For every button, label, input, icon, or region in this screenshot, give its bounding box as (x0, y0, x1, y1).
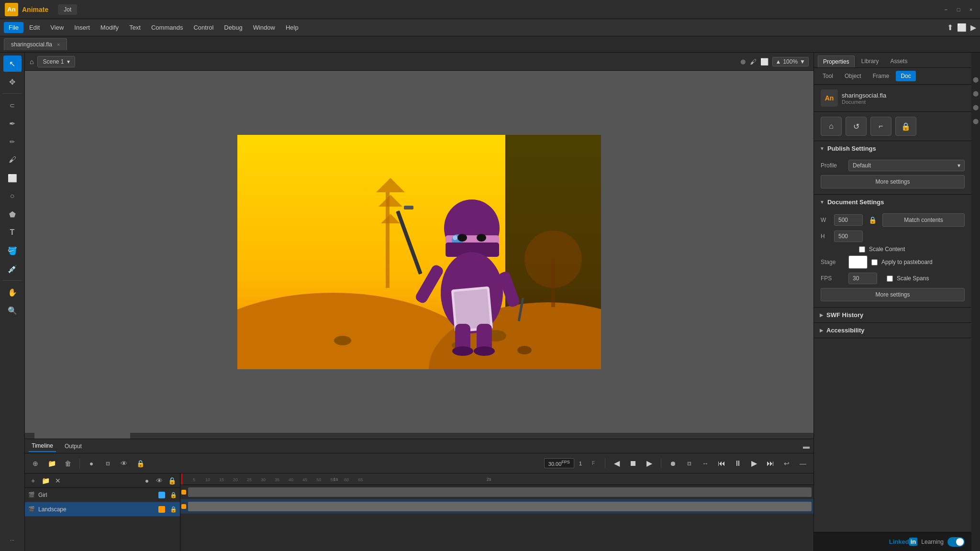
prop-icon-undo[interactable]: ↺ (846, 117, 867, 136)
doc-tab-doc[interactable]: Doc (896, 71, 915, 81)
play-pause-button[interactable]: ⏸ (731, 457, 745, 470)
play-fwd-button[interactable]: ▶ (747, 457, 761, 470)
playhead[interactable] (181, 474, 182, 485)
onion-skin-button[interactable]: ⧈ (101, 457, 114, 470)
tab-properties[interactable]: Properties (818, 55, 855, 67)
screen-mode-button[interactable]: ⬜ (957, 23, 967, 32)
add-layer-btn[interactable]: + (28, 475, 38, 486)
stage-scrollbar[interactable] (25, 433, 813, 439)
prop-icon-lock[interactable]: 🔒 (895, 117, 916, 136)
layer-lock-icon-girl[interactable]: 🔒 (170, 492, 177, 498)
menu-debug[interactable]: Debug (219, 22, 247, 33)
text-tool[interactable]: T (3, 224, 22, 241)
file-tab[interactable]: sharingsocial.fla × (4, 38, 67, 50)
stage-color-picker[interactable] (848, 255, 868, 269)
home-icon[interactable]: ⌂ (30, 58, 33, 66)
stage-scrollbar-thumb[interactable] (34, 433, 130, 439)
doc-tab-object[interactable]: Object (840, 71, 866, 81)
jot-tab[interactable]: Jot (58, 4, 77, 15)
accessibility-header[interactable]: ▶ Accessibility (814, 323, 971, 338)
tab-timeline[interactable]: Timeline (29, 441, 56, 452)
lock-button[interactable]: 🔒 (134, 457, 147, 470)
publish-settings-header[interactable]: ▼ Publish Settings (814, 141, 971, 156)
next-frame-button[interactable]: ▶ (643, 457, 656, 470)
frame-track-girl[interactable] (180, 485, 813, 499)
menu-text[interactable]: Text (124, 22, 145, 33)
loop-button[interactable]: ⏺ (666, 457, 679, 470)
paint-bucket-tool[interactable]: 🪣 (3, 242, 22, 259)
play-fwd2-button[interactable]: ⏭ (764, 457, 777, 470)
tab-output[interactable]: Output (62, 441, 85, 452)
doc-tab-tool[interactable]: Tool (818, 71, 838, 81)
pen-tool[interactable]: ✒ (3, 115, 22, 132)
lock-dimension-icon[interactable]: 🔒 (869, 216, 877, 224)
transform-tool[interactable]: ✥ (3, 74, 22, 90)
linkedin-toggle[interactable] (947, 537, 965, 547)
layer-dot-btn[interactable]: ● (142, 475, 152, 486)
more-tools-button[interactable]: ··· (3, 532, 22, 548)
folder-button[interactable]: 📁 (45, 457, 58, 470)
w-input[interactable] (834, 214, 863, 226)
del-layer-btn[interactable]: ✕ (53, 475, 63, 486)
swf-history-header[interactable]: ▶ SWF History (814, 308, 971, 322)
eye-button[interactable]: 👁 (117, 457, 131, 470)
prop-icon-home[interactable]: ⌂ (821, 117, 842, 136)
scale-content-checkbox[interactable] (859, 246, 865, 253)
menu-commands[interactable]: Commands (146, 22, 188, 33)
match-contents-button[interactable]: Match contents (882, 213, 965, 227)
paint-icon[interactable]: 🖌 (750, 58, 757, 66)
zoom-control[interactable]: ▲ 100% ▼ (772, 57, 809, 66)
layer-lock-btn[interactable]: 🔒 (167, 475, 177, 486)
delete-layer-button[interactable]: 🗑 (61, 457, 75, 470)
layer-row-girl[interactable]: 🎬 Girl 🔒 (25, 488, 180, 502)
layer-lock-icon-landscape[interactable]: 🔒 (170, 506, 177, 513)
maximize-button[interactable]: □ (954, 5, 963, 14)
stage-settings-icon[interactable]: ⬜ (760, 58, 768, 66)
layer-row-landscape[interactable]: 🎬 Landscape 🔒 (25, 502, 180, 517)
frames-panel[interactable]: 1s 2s 5 10 15 20 25 30 35 40 (180, 474, 813, 551)
scale-spans-checkbox[interactable] (887, 276, 893, 282)
dot-button[interactable]: ● (85, 457, 98, 470)
onion-button[interactable]: ⧈ (682, 457, 696, 470)
menu-file[interactable]: File (4, 22, 23, 33)
prev-frame-button[interactable]: ◀ (610, 457, 624, 470)
scene-selector[interactable]: Scene 1 ▾ (37, 56, 75, 67)
menu-edit[interactable]: Edit (24, 22, 45, 33)
brush-tool[interactable]: 🖌 (3, 152, 22, 168)
rect-tool[interactable]: ⬜ (3, 170, 22, 186)
tab-assets[interactable]: Assets (885, 55, 912, 67)
doc-more-settings-button[interactable]: More settings (821, 288, 965, 301)
apply-pasteboard-checkbox[interactable] (871, 259, 878, 265)
menu-window[interactable]: Window (248, 22, 280, 33)
expand-button[interactable]: — (796, 457, 810, 470)
file-tab-close[interactable]: × (57, 42, 60, 47)
menu-insert[interactable]: Insert (69, 22, 95, 33)
far-btn-2[interactable]: ⬤ (973, 90, 979, 97)
hand-tool[interactable]: ✋ (3, 284, 22, 300)
profile-select[interactable]: Default ▾ (848, 160, 965, 171)
poly-tool[interactable]: ⬟ (3, 206, 22, 222)
minimize-button[interactable]: − (942, 5, 950, 14)
timeline-collapse[interactable]: ▬ (803, 442, 810, 450)
h-input[interactable] (834, 231, 863, 242)
menu-modify[interactable]: Modify (96, 22, 123, 33)
selection-tool[interactable]: ↖ (3, 55, 22, 72)
menu-help[interactable]: Help (281, 22, 303, 33)
pencil-tool[interactable]: ✏ (3, 133, 22, 150)
undo-button[interactable]: ↩ (780, 457, 793, 470)
document-settings-header[interactable]: ▼ Document Settings (814, 195, 971, 209)
play-button[interactable]: ▶ (970, 23, 976, 32)
eyedropper-tool[interactable]: 💉 (3, 261, 22, 277)
menu-view[interactable]: View (45, 22, 68, 33)
folder-layer-btn[interactable]: 📁 (40, 475, 51, 486)
far-btn-3[interactable]: ⬤ (973, 104, 979, 110)
lasso-tool[interactable]: ⊂ (3, 97, 22, 113)
layer-eye-btn[interactable]: 👁 (154, 475, 165, 486)
menu-control[interactable]: Control (189, 22, 218, 33)
onion-range-button[interactable]: ↔ (699, 457, 712, 470)
far-btn-4[interactable]: ⬤ (973, 118, 979, 124)
play-back-button[interactable]: ⏮ (715, 457, 728, 470)
new-layer-button[interactable]: ⊕ (29, 457, 42, 470)
zoom-tool[interactable]: 🔍 (3, 302, 22, 319)
far-btn-1[interactable]: ⬤ (973, 77, 979, 83)
